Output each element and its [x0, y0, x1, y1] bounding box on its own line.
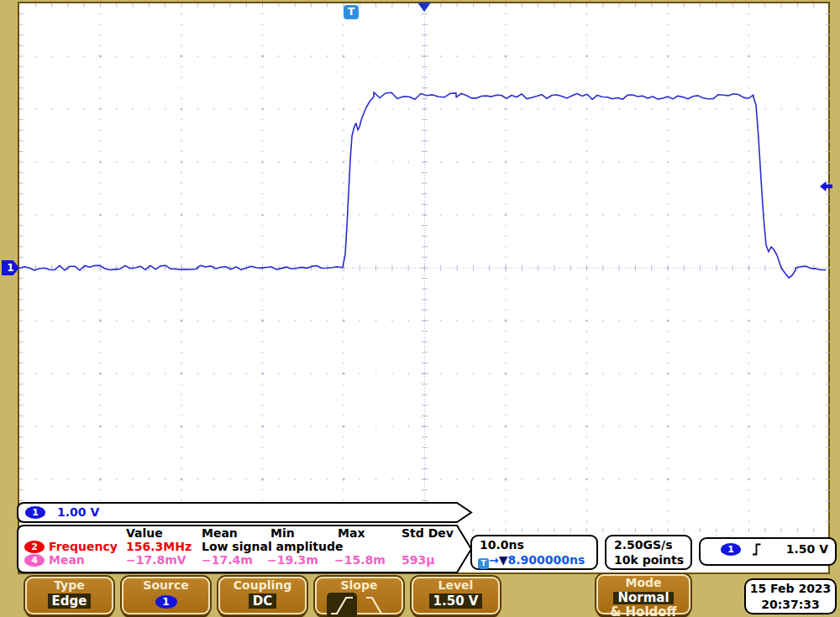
- trigger-time-flag-icon[interactable]: T: [344, 5, 359, 19]
- menu-level-button[interactable]: Level 1.50 V: [412, 577, 500, 614]
- meas2-note: Low signal amplitude: [202, 540, 343, 553]
- menu-mode-title: Mode: [598, 577, 689, 589]
- meas4-label: Mean: [49, 553, 85, 567]
- trigger-level-value: 1.50 V: [786, 542, 828, 556]
- record-length: 10k points: [614, 553, 684, 567]
- date-text: 15 Feb 2023: [746, 581, 835, 597]
- meas-header-mean: Mean: [202, 526, 238, 540]
- menu-coupling-value: DC: [249, 593, 276, 609]
- meas-header-stddev: Std Dev: [402, 526, 454, 540]
- menu-level-value: 1.50 V: [429, 593, 483, 609]
- horizontal-readout-box: 10.0ns T→▼8.900000ns: [470, 535, 598, 570]
- meas4-min: −19.3m: [267, 553, 318, 567]
- meas2-label: Frequency: [49, 540, 118, 553]
- meas-header-value: Value: [126, 526, 163, 540]
- channel1-scale: 1.00 V: [57, 505, 99, 519]
- menu-type-value: Edge: [48, 593, 92, 609]
- menu-slope-title: Slope: [317, 578, 402, 593]
- meas4-max: −15.8m: [334, 553, 386, 567]
- meas2-value: 156.3MHz: [126, 540, 192, 553]
- menu-source-channel-badge: 1: [155, 595, 177, 609]
- menu-level-title: Level: [413, 578, 498, 593]
- menu-type-title: Type: [27, 578, 112, 593]
- horizontal-delay: 8.900000ns: [508, 553, 585, 567]
- bottom-menu-bar: Type Edge Source 1 Coupling DC Slope Lev…: [0, 574, 840, 617]
- trigger-readout-box: 1 1.50 V: [699, 537, 837, 566]
- graticule-and-waveform: [19, 3, 830, 573]
- menu-mode-button[interactable]: Mode Normal & Holdoff: [596, 574, 690, 614]
- trigger-source-badge: 1: [721, 543, 741, 556]
- mini-trigger-flag-icon: T: [478, 558, 489, 569]
- trigger-slope-icon: [751, 542, 763, 557]
- meas4-badge: 4: [24, 554, 45, 567]
- menu-source-button[interactable]: Source 1: [122, 577, 210, 614]
- acquisition-readout-box: 2.50GS/s 10k points: [605, 535, 692, 570]
- delay-arrow: →: [489, 553, 499, 567]
- menu-type-button[interactable]: Type Edge: [25, 577, 113, 614]
- meas-header-min: Min: [270, 526, 295, 540]
- time-text: 20:37:33: [746, 597, 835, 613]
- meas2-badge: 2: [24, 541, 45, 553]
- meas-header-max: Max: [338, 526, 365, 540]
- channel1-ground-marker[interactable]: 1: [2, 260, 19, 275]
- slope-rising-selected[interactable]: [327, 593, 357, 617]
- expansion-marker-glyph: ▼: [499, 553, 508, 567]
- meas4-mean: −17.4m: [202, 553, 253, 567]
- menu-coupling-button[interactable]: Coupling DC: [218, 577, 307, 614]
- meas4-stddev: 593µ: [402, 553, 435, 567]
- channel1-badge: 1: [25, 506, 45, 519]
- sample-rate: 2.50GS/s: [614, 538, 673, 552]
- menu-coupling-title: Coupling: [220, 578, 305, 593]
- datetime-box: 15 Feb 2023 20:37:33: [744, 578, 837, 614]
- menu-slope-button[interactable]: Slope: [315, 577, 403, 614]
- meas4-value: −17.8mV: [126, 553, 186, 567]
- menu-source-title: Source: [123, 578, 208, 593]
- expansion-point-marker-icon[interactable]: [417, 3, 431, 12]
- slope-falling-icon[interactable]: [362, 593, 392, 617]
- horizontal-scale: 10.0ns: [480, 538, 524, 552]
- menu-mode-value2: & Holdoff: [598, 605, 689, 617]
- menu-mode-value: Normal: [613, 592, 673, 604]
